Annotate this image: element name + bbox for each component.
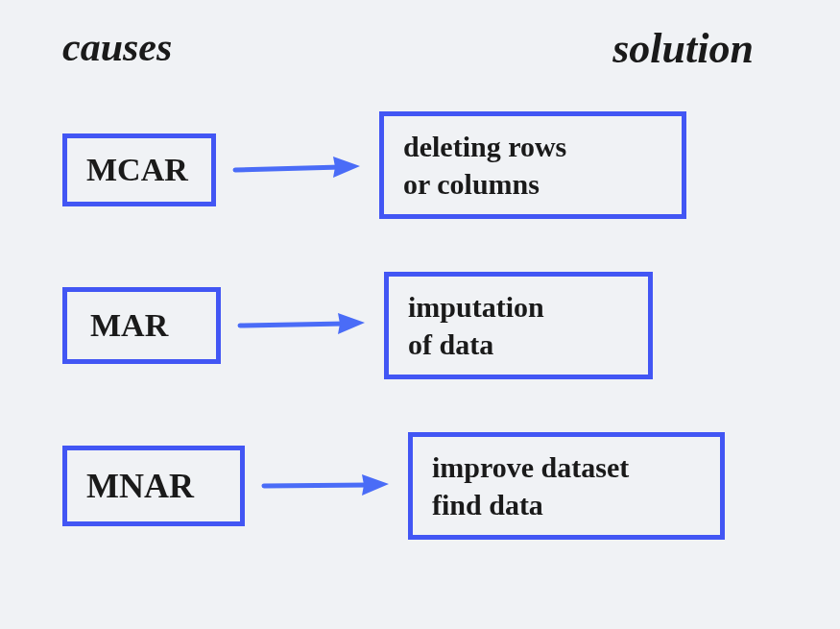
header-row: causes solution: [0, 0, 840, 73]
solution-line2: of data: [408, 326, 629, 363]
solution-line1: deleting rows: [403, 128, 662, 165]
solution-line1: imputation: [408, 288, 629, 326]
cause-label: MAR: [90, 307, 168, 343]
row-mnar: MNAR improve dataset find data: [0, 432, 840, 540]
svg-marker-1: [333, 157, 360, 178]
solution-box-mnar: improve dataset find data: [408, 432, 725, 540]
solution-line2: find data: [432, 486, 701, 523]
diagram-rows: MCAR deleting rows or columns MAR imputa…: [0, 73, 840, 540]
solution-line1: improve dataset: [432, 448, 701, 486]
row-mar: MAR imputation of data: [0, 272, 840, 379]
row-mcar: MCAR deleting rows or columns: [0, 121, 840, 219]
causes-header: causes: [62, 24, 172, 73]
svg-line-4: [264, 485, 370, 486]
solution-line2: or columns: [403, 165, 662, 203]
arrow-icon: [221, 306, 384, 345]
svg-marker-3: [338, 313, 365, 334]
arrow-icon: [216, 151, 379, 189]
cause-label: MNAR: [86, 467, 194, 505]
cause-label: MCAR: [86, 152, 188, 187]
svg-line-2: [240, 324, 346, 326]
cause-box-mcar: MCAR: [62, 133, 216, 206]
arrow-icon: [245, 467, 408, 505]
svg-marker-5: [362, 474, 389, 496]
cause-box-mnar: MNAR: [62, 446, 245, 526]
solution-header: solution: [612, 24, 754, 73]
solution-box-mar: imputation of data: [384, 272, 653, 379]
cause-box-mar: MAR: [62, 287, 221, 364]
solution-box-mcar: deleting rows or columns: [379, 111, 686, 219]
svg-line-0: [235, 167, 341, 170]
